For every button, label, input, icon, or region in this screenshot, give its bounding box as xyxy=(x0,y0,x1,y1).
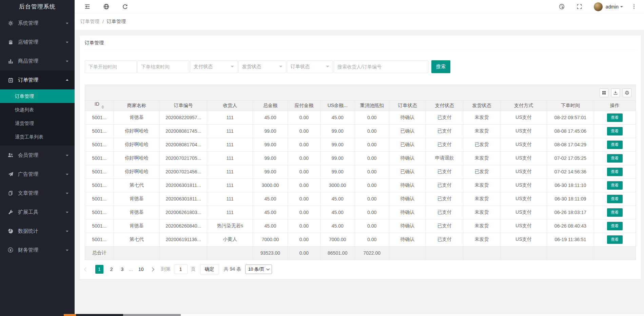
confirm-page-button[interactable]: 确定 xyxy=(200,264,219,274)
column-header-label: US余额... xyxy=(328,103,348,108)
table-cell: 未发货 xyxy=(463,192,501,206)
ship-status-select[interactable]: 发货状态 xyxy=(238,60,286,73)
theme-palette-icon[interactable] xyxy=(558,3,566,11)
table-cell: US支付 xyxy=(500,111,547,124)
table-cell: US支付 xyxy=(500,151,547,165)
sidebar-item-5[interactable]: 广告管理 xyxy=(0,165,75,184)
sidebar-item-4[interactable]: 会员管理 xyxy=(0,146,75,165)
table-cell: 3000.00 xyxy=(253,178,288,192)
sidebar-subitem-3-0[interactable]: 订单管理 xyxy=(0,89,75,103)
print-icon[interactable] xyxy=(623,88,631,97)
order-status-select[interactable]: 订单状态 xyxy=(287,60,333,73)
sidebar-group-1: 店铺管理 xyxy=(0,33,75,51)
table-cell: 0.00 xyxy=(355,206,389,219)
sidebar-item-2[interactable]: 商品管理 xyxy=(0,51,75,70)
table-cell: 0.00 xyxy=(288,219,320,233)
table-cell: 未发货 xyxy=(463,111,501,124)
table-cell: 已支付 xyxy=(426,165,463,178)
pay-status-select-value: 支付状态 xyxy=(194,64,213,70)
search-button[interactable]: 搜索 xyxy=(431,60,450,73)
table-cell: 0.00 xyxy=(288,165,320,178)
page-button-10[interactable]: 10 xyxy=(137,265,145,274)
sidebar-group-9: 财务管理 xyxy=(0,240,75,259)
globe-icon[interactable] xyxy=(102,3,110,11)
avatar[interactable] xyxy=(594,2,603,11)
view-button[interactable]: 查看 xyxy=(607,181,623,190)
table-cell: 未发货 xyxy=(463,233,501,246)
column-header-6: US余额... xyxy=(320,101,355,111)
table-cell: 0.00 xyxy=(355,151,389,165)
page-button-3[interactable]: 3 xyxy=(120,265,125,274)
sidebar-item-8[interactable]: 数据统计 xyxy=(0,222,75,240)
sidebar-item-7[interactable]: 扩展工具 xyxy=(0,203,75,222)
page-button-1[interactable]: 1 xyxy=(95,265,103,274)
export-icon[interactable] xyxy=(611,88,620,97)
next-page-button[interactable] xyxy=(150,267,154,272)
total-cell: 93523.00 xyxy=(253,246,288,260)
sidebar-item-1[interactable]: 店铺管理 xyxy=(0,33,75,51)
view-button[interactable]: 查看 xyxy=(607,127,623,135)
scrollbar-thumb[interactable] xyxy=(123,314,181,316)
chevron-down-icon[interactable] xyxy=(620,6,623,9)
table-action-cell: 查看 xyxy=(594,138,636,151)
fullscreen-icon[interactable] xyxy=(575,3,584,11)
scrollbar-track[interactable] xyxy=(181,314,644,316)
view-button[interactable]: 查看 xyxy=(607,154,623,163)
sidebar-item-3[interactable]: 订单管理 xyxy=(0,70,75,89)
table-cell: US支付 xyxy=(500,219,547,233)
chevron-down-icon xyxy=(66,231,69,233)
chart-icon xyxy=(7,58,14,64)
sidebar-subitem-3-3[interactable]: 退货工单列表 xyxy=(0,130,75,144)
table-cell: 111 xyxy=(207,151,253,165)
chevron-down-icon xyxy=(326,66,329,69)
column-header-9: 支付状态 xyxy=(426,101,463,111)
table-total-row: 总合计93523.000.0086501.007022.00 xyxy=(85,246,636,260)
table-action-cell: 查看 xyxy=(594,165,636,178)
sort-icon[interactable] xyxy=(101,104,104,110)
prev-page-button[interactable] xyxy=(84,267,89,272)
view-button[interactable]: 查看 xyxy=(607,208,623,217)
menu-collapse-icon[interactable] xyxy=(83,3,91,11)
view-button[interactable]: 查看 xyxy=(607,195,623,203)
table-cell: 已支付 xyxy=(426,138,463,151)
table-cell: US支付 xyxy=(500,178,547,192)
view-button[interactable]: 查看 xyxy=(607,113,623,122)
table-cell: 202008081745... xyxy=(160,124,207,138)
table-cell: 已支付 xyxy=(426,192,463,206)
table-action-cell: 查看 xyxy=(594,192,636,206)
view-button[interactable]: 查看 xyxy=(607,141,623,149)
sidebar-item-0[interactable]: 系统管理 xyxy=(0,14,75,33)
view-button[interactable]: 查看 xyxy=(607,222,623,230)
sidebar-subitem-3-1[interactable]: 快递列表 xyxy=(0,103,75,117)
search-input[interactable] xyxy=(334,60,428,73)
sidebar-subitem-3-2[interactable]: 退货管理 xyxy=(0,117,75,130)
table-action-cell: 查看 xyxy=(594,151,636,165)
column-header-0[interactable]: ID xyxy=(85,101,114,111)
goto-page-input[interactable] xyxy=(174,265,188,274)
breadcrumb-item[interactable]: 订单管理 xyxy=(80,19,99,25)
view-button[interactable]: 查看 xyxy=(607,168,623,176)
table-cell: 45.00 xyxy=(253,219,288,233)
table-cell: 5001... xyxy=(85,219,114,233)
topbar-right: admin xyxy=(548,2,638,11)
table-cell: 202006261803... xyxy=(160,206,207,219)
grid-columns-icon[interactable] xyxy=(600,88,608,97)
pie-icon xyxy=(7,228,14,234)
user-menu[interactable]: admin xyxy=(606,4,619,9)
sidebar-group-4: 会员管理 xyxy=(0,146,75,165)
table-cell: 07-02 17:05:25 xyxy=(547,151,594,165)
table-cell: 5001... xyxy=(85,151,114,165)
order-start-time-input[interactable] xyxy=(85,60,137,73)
view-button[interactable]: 查看 xyxy=(607,235,623,244)
pay-status-select[interactable]: 支付状态 xyxy=(190,60,238,73)
page-button-2[interactable]: 2 xyxy=(109,265,114,274)
sidebar-item-6[interactable]: 文章管理 xyxy=(0,184,75,203)
order-end-time-input[interactable] xyxy=(137,60,189,73)
more-vertical-icon[interactable] xyxy=(630,3,638,11)
sidebar-item-label: 会员管理 xyxy=(18,152,66,159)
per-page-select[interactable]: 10 条/页 xyxy=(245,265,272,274)
refresh-icon[interactable] xyxy=(121,3,129,11)
sidebar-item-9[interactable]: 财务管理 xyxy=(0,240,75,259)
total-cell: 0.00 xyxy=(288,246,320,260)
table-cell: 待确认 xyxy=(389,219,426,233)
